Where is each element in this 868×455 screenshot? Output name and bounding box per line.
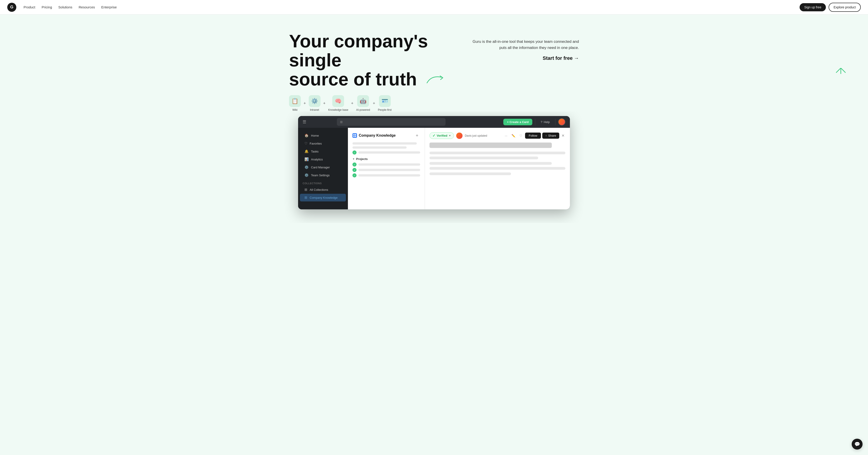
card-content-5 [430, 173, 511, 175]
nav-links: Product Pricing Solutions Resources Ente… [24, 5, 800, 9]
sidebar-item-company-knowledge[interactable]: ⊞ Company Knowledge [300, 194, 346, 202]
panel-left: Company Knowledge + ✓ ▼ Projects [348, 128, 425, 209]
nav-link-product[interactable]: Product [24, 5, 35, 9]
hero-icon-people: 🪪 People-first [378, 95, 392, 112]
sidebar-item-home[interactable]: 🏠 Home [300, 132, 346, 139]
verified-chevron-icon: ▼ [449, 134, 451, 137]
card-header: ✓ Verified ▼ Davis just updated ··· ✏️ ♡… [430, 132, 565, 139]
start-for-free-link[interactable]: Start for free [467, 55, 579, 61]
hero-title: Your company's single source of truth [289, 32, 458, 89]
plus-icon-1: + [304, 101, 306, 106]
hero-icon-intranet: ⚙️ Intranet [309, 95, 320, 112]
checked-item-1: ✓ [352, 150, 420, 155]
card-actions: ··· ✏️ ♡ Follow ↑ Share ✕ [503, 132, 565, 139]
menu-icon[interactable]: ☰ [303, 119, 306, 124]
svg-line-1 [836, 68, 841, 72]
checked-item-2: ✓ [352, 162, 420, 166]
tasks-icon: 🔔 [304, 149, 309, 153]
sidebar-item-analytics[interactable]: 📊 Analytics [300, 155, 346, 163]
hero-section: Your company's single source of truth 📋 … [0, 0, 868, 112]
signup-button[interactable]: Sign up free [800, 3, 826, 11]
card-close-button[interactable]: ✕ [561, 132, 565, 139]
help-icon: ? [541, 120, 542, 124]
card-favorite-button[interactable]: ♡ [518, 133, 524, 139]
svg-line-0 [841, 68, 845, 72]
svg-rect-4 [355, 134, 356, 135]
app-window: ☰ ⊞ + Create a Card ? Help 🏠 H [298, 116, 570, 209]
plus-icon-2: + [323, 101, 326, 106]
hero-icons: 📋 Wiki + ⚙️ Intranet + 🧠 Knowledge base … [289, 95, 458, 112]
card-content-2 [430, 157, 538, 159]
favorites-icon: ♡ [304, 142, 307, 146]
app-main: Company Knowledge + ✓ ▼ Projects [348, 128, 570, 209]
panel-add-button[interactable]: + [414, 132, 420, 139]
verified-dot-icon: ✓ [432, 133, 435, 138]
share-icon: ↑ [546, 134, 547, 137]
navbar: G Product Pricing Solutions Resources En… [0, 0, 868, 14]
logo[interactable]: G [7, 3, 16, 12]
check-icon-4: ✓ [352, 173, 356, 177]
hero-icon-wiki: 📋 Wiki [289, 95, 301, 112]
hero-icon-knowledge-base: 🧠 Knowledge base [328, 95, 348, 112]
card-edit-button[interactable]: ✏️ [510, 133, 517, 139]
company-knowledge-icon: ⊞ [304, 195, 307, 200]
checked-item-3: ✓ [352, 168, 420, 172]
follow-button[interactable]: Follow [525, 132, 541, 139]
home-icon: 🏠 [304, 133, 309, 138]
nav-link-solutions[interactable]: Solutions [58, 5, 72, 9]
collections-section-title: Collections [298, 179, 348, 186]
svg-rect-3 [353, 134, 354, 135]
sidebar-item-all-collections[interactable]: ⊞ All Collections [300, 186, 346, 193]
nav-buttons: Sign up free Explore product [800, 3, 861, 12]
card-user-avatar [456, 132, 463, 139]
team-settings-icon: ⚙️ [304, 173, 309, 177]
search-icon: ⊞ [340, 120, 343, 124]
sidebar-item-tasks[interactable]: 🔔 Tasks [300, 148, 346, 155]
card-content-1 [430, 152, 565, 154]
app-titlebar: ☰ ⊞ + Create a Card ? Help [298, 116, 570, 128]
content-block-2 [352, 146, 407, 149]
hero-arrow-icon [425, 73, 445, 86]
help-button[interactable]: ? Help [538, 119, 553, 125]
app-section: ☰ ⊞ + Create a Card ? Help 🏠 H [0, 112, 868, 223]
checked-item-4: ✓ [352, 173, 420, 177]
sidebar: 🏠 Home ♡ Favorites 🔔 Tasks 📊 Analytics ⚙… [298, 128, 348, 209]
card-manager-icon: ⚙️ [304, 165, 309, 169]
toggle-arrow-icon: ▼ [352, 158, 355, 160]
app-body: 🏠 Home ♡ Favorites 🔔 Tasks 📊 Analytics ⚙… [298, 128, 570, 209]
all-collections-icon: ⊞ [304, 188, 307, 192]
svg-rect-5 [353, 136, 354, 137]
content-block-1 [352, 142, 417, 145]
card-title-placeholder [430, 143, 552, 148]
projects-toggle[interactable]: ▼ Projects [352, 157, 420, 161]
sidebar-item-card-manager[interactable]: ⚙️ Card Manager [300, 163, 346, 171]
check-icon-2: ✓ [352, 162, 356, 166]
search-bar[interactable]: ⊞ [337, 118, 445, 126]
decorative-spikes [834, 68, 847, 87]
plus-icon-3: + [351, 101, 353, 106]
card-content-3 [430, 162, 552, 165]
hero-right: Guru is the all-in-one tool that keeps y… [467, 32, 579, 112]
hero-description: Guru is the all-in-one tool that keeps y… [467, 38, 579, 51]
check-icon-3: ✓ [352, 168, 356, 172]
verified-badge[interactable]: ✓ Verified ▼ [430, 132, 454, 139]
card-more-button[interactable]: ··· [503, 133, 509, 139]
nav-link-enterprise[interactable]: Enterprise [101, 5, 117, 9]
create-card-button[interactable]: + Create a Card [503, 119, 532, 125]
panel-left-header: Company Knowledge + [352, 132, 420, 139]
nav-link-resources[interactable]: Resources [79, 5, 95, 9]
explore-button[interactable]: Explore product [829, 3, 861, 12]
hero-left: Your company's single source of truth 📋 … [289, 32, 458, 112]
titlebar-actions: + Create a Card ? Help [503, 118, 565, 125]
logo-letter: G [10, 5, 13, 9]
svg-rect-6 [355, 136, 356, 137]
share-button[interactable]: ↑ Share [542, 132, 559, 139]
analytics-icon: 📊 [304, 157, 309, 161]
hero-icon-ai: 🤖 AI-powered [356, 95, 370, 112]
sidebar-item-favorites[interactable]: ♡ Favorites [300, 140, 346, 147]
panel-right: ✓ Verified ▼ Davis just updated ··· ✏️ ♡… [425, 128, 570, 209]
sidebar-item-team-settings[interactable]: ⚙️ Team Settings [300, 171, 346, 179]
user-avatar[interactable] [558, 118, 565, 125]
nav-link-pricing[interactable]: Pricing [42, 5, 52, 9]
card-content-4 [430, 167, 565, 170]
